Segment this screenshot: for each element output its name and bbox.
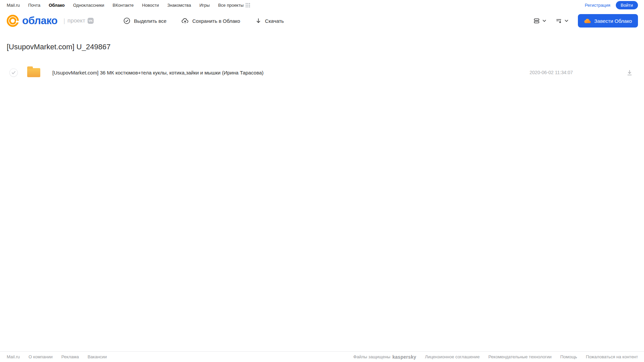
nav-znakomstva[interactable]: Знакомства [167, 3, 191, 8]
cloud-logo-text: облако [22, 15, 57, 27]
download-icon [255, 17, 262, 24]
folder-icon [27, 68, 40, 77]
get-cloud-label: Завести Облако [594, 18, 632, 24]
chevron-down-icon [542, 19, 546, 22]
page-footer: Mail.ru О компании Реклама Вакансии Файл… [0, 351, 644, 362]
nav-igry[interactable]: Игры [199, 3, 210, 8]
nav-oblako[interactable]: Облако [49, 3, 65, 8]
get-cloud-button[interactable]: Завести Облако [578, 14, 638, 28]
nav-pochta[interactable]: Почта [28, 3, 40, 8]
sort-dropdown[interactable] [553, 15, 571, 27]
register-link[interactable]: Регистрация [585, 3, 610, 8]
view-mode-dropdown[interactable] [531, 15, 548, 27]
portal-topbar: Mail.ru Почта Облако Одноклассники ВКонт… [0, 0, 644, 10]
select-all-label: Выделить все [134, 18, 166, 24]
login-button[interactable]: Войти [616, 1, 638, 9]
file-toolbar: Выделить все Сохранить в Облако Скачать [123, 17, 284, 24]
main-content: [UsupovMarket.com] U_249867 [UsupovMarke… [0, 32, 644, 351]
project-vk-label: | проект VK [63, 17, 94, 24]
page-title: [UsupovMarket.com] U_249867 [7, 43, 644, 51]
footer-recommendations-link[interactable]: Рекомендательные технологии [488, 354, 551, 359]
logo-separator: | [63, 17, 65, 24]
apps-grid-icon [246, 3, 250, 7]
save-to-cloud-button[interactable]: Сохранить в Облако [181, 17, 240, 24]
header-right-controls: Завести Облако [531, 14, 638, 28]
row-checkbox[interactable] [9, 68, 18, 77]
footer-ads-link[interactable]: Реклама [61, 354, 79, 359]
nav-vkontakte[interactable]: ВКонтакте [113, 3, 134, 8]
cloud-header: облако | проект VK Выделить все Со [0, 10, 644, 32]
topbar-auth: Регистрация Войти [585, 1, 638, 9]
chevron-down-icon [564, 19, 568, 22]
nav-all-projects[interactable]: Все проекты [218, 3, 250, 8]
list-view-icon [533, 17, 540, 24]
portal-nav: Mail.ru Почта Облако Одноклассники ВКонт… [7, 3, 250, 8]
project-label: проект [67, 17, 85, 24]
nav-odnoklassniki[interactable]: Одноклассники [73, 3, 104, 8]
select-all-button[interactable]: Выделить все [123, 17, 166, 24]
row-download-button[interactable] [625, 68, 634, 77]
footer-help-link[interactable]: Помощь [560, 354, 577, 359]
footer-mailru-link[interactable]: Mail.ru [7, 354, 20, 359]
nav-mailru[interactable]: Mail.ru [7, 3, 20, 8]
download-label: Скачать [265, 18, 284, 24]
file-name-link[interactable]: [UsupovMarket.com] 36 МК костюмов+тела к… [52, 70, 263, 75]
footer-jobs-link[interactable]: Вакансии [88, 354, 107, 359]
protected-label: Файлы защищены [353, 354, 390, 359]
footer-left-links: Mail.ru О компании Реклама Вакансии [7, 354, 107, 359]
kaspersky-logo[interactable]: kaspersky [392, 354, 416, 360]
kaspersky-protection: Файлы защищены kaspersky [353, 354, 416, 360]
vk-badge-icon: VK [88, 18, 94, 24]
file-date: 2020-06-02 11:34:07 [530, 70, 573, 75]
footer-right-links: Файлы защищены kaspersky Лицензионное со… [353, 354, 638, 360]
save-to-cloud-label: Сохранить в Облако [192, 18, 240, 24]
cloud-mailru-page: Mail.ru Почта Облако Одноклассники ВКонт… [0, 0, 644, 362]
cloud-icon [584, 18, 591, 23]
mailru-at-icon [7, 15, 19, 27]
file-row[interactable]: [UsupovMarket.com] 36 МК костюмов+тела к… [0, 63, 644, 82]
footer-about-link[interactable]: О компании [29, 354, 53, 359]
cloud-upload-icon [181, 17, 189, 24]
footer-license-link[interactable]: Лицензионное соглашение [425, 354, 480, 359]
check-icon [11, 71, 16, 74]
download-button[interactable]: Скачать [255, 17, 284, 24]
cloud-logo[interactable]: облако | проект VK [7, 15, 94, 27]
check-circle-icon [123, 17, 131, 24]
all-projects-label: Все проекты [218, 3, 244, 8]
sort-icon [555, 17, 562, 24]
footer-report-link[interactable]: Пожаловаться на контент [586, 354, 638, 359]
download-icon [627, 69, 633, 76]
nav-novosti[interactable]: Новости [142, 3, 159, 8]
